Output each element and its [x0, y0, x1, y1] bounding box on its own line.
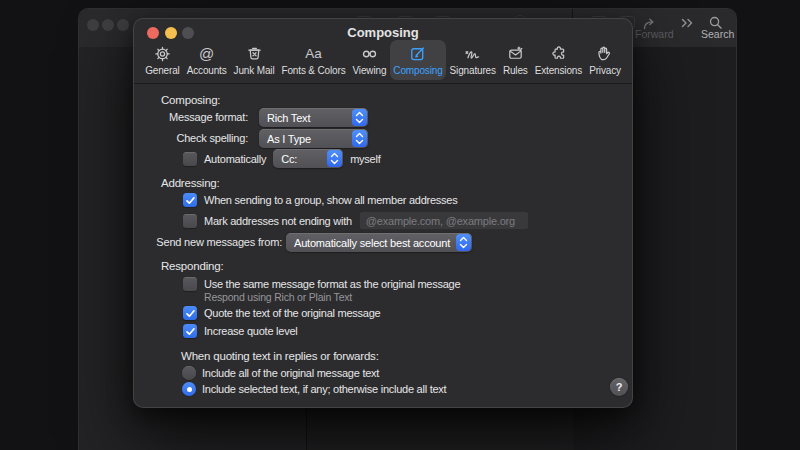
message-format-label: Message format:	[134, 108, 248, 127]
tab-label: Privacy	[589, 65, 621, 76]
message-format-dropdown[interactable]: Rich Text	[259, 108, 368, 127]
dropdown-value: Rich Text	[259, 112, 351, 124]
tab-label: Junk Mail	[234, 65, 275, 76]
help-button[interactable]: ?	[610, 378, 628, 396]
same-format-checkbox[interactable]	[183, 277, 197, 291]
tab-composing[interactable]: Composing	[390, 40, 445, 80]
increase-quote-label: Increase quote level	[204, 325, 297, 337]
stepper-icon	[352, 109, 367, 126]
quote-selected-row: Include selected text, if any; otherwise…	[182, 382, 446, 396]
search-label[interactable]: Search	[701, 28, 734, 40]
tab-junk-mail[interactable]: Junk Mail	[231, 40, 278, 80]
tab-privacy[interactable]: Privacy	[586, 40, 624, 80]
dropdown-value: As I Type	[259, 133, 351, 145]
window-title: Composing	[134, 25, 632, 40]
send-from-label: Send new messages from:	[134, 233, 282, 252]
same-format-label: Use the same message format as the origi…	[204, 278, 460, 290]
section-header-addressing: Addressing:	[161, 176, 220, 190]
quote-text-row: Quote the text of the original message	[183, 306, 380, 320]
quoting-header: When quoting text in replies or forwards…	[181, 349, 379, 363]
stepper-icon	[352, 130, 367, 147]
same-format-row: Use the same message format as the origi…	[183, 277, 460, 291]
quote-all-radio[interactable]	[182, 366, 196, 380]
increase-quote-checkbox[interactable]	[183, 324, 197, 338]
auto-cc-checkbox[interactable]	[183, 152, 197, 166]
group-addresses-row: When sending to a group, show all member…	[183, 193, 457, 207]
tab-general[interactable]: General	[142, 40, 183, 80]
same-format-sublabel: Respond using Rich or Plain Text	[204, 291, 352, 303]
section-header-composing: Composing:	[161, 93, 220, 107]
group-addresses-label: When sending to a group, show all member…	[204, 194, 457, 206]
rules-envelope-icon	[506, 43, 525, 63]
stepper-icon	[456, 234, 471, 251]
close-button-inactive[interactable]	[87, 19, 99, 31]
viewing-icon	[360, 43, 379, 63]
at-icon: @	[199, 43, 214, 63]
tab-label: Signatures	[450, 65, 496, 76]
auto-cc-row: Automatically Cc: myself	[183, 149, 380, 168]
quote-selected-radio[interactable]	[182, 382, 196, 396]
desktop: No Mailbox Selected Forward	[0, 0, 800, 450]
tab-label: General	[145, 65, 180, 76]
mark-addresses-row: Mark addresses not ending with	[183, 211, 529, 230]
toolbar-separator	[134, 83, 632, 84]
quote-text-checkbox[interactable]	[183, 306, 197, 320]
gear-icon	[153, 43, 172, 63]
send-from-dropdown[interactable]: Automatically select best account	[286, 233, 472, 252]
tab-accounts[interactable]: @ Accounts	[184, 40, 230, 80]
tab-label: Composing	[393, 65, 442, 76]
quote-text-label: Quote the text of the original message	[204, 307, 380, 319]
minimize-button-inactive[interactable]	[102, 19, 114, 31]
quote-selected-label: Include selected text, if any; otherwise…	[202, 383, 446, 395]
tab-label: Viewing	[353, 65, 387, 76]
quote-all-label: Include all of the original message text	[202, 367, 379, 379]
preferences-window: Composing General @ Accounts	[133, 18, 633, 408]
radio-dot	[187, 387, 192, 392]
mark-addresses-checkbox[interactable]	[183, 214, 197, 228]
tab-fonts-colors[interactable]: Aa Fonts & Colors	[278, 40, 348, 80]
group-addresses-checkbox[interactable]	[183, 193, 197, 207]
compose-icon	[408, 43, 427, 63]
zoom-button-inactive[interactable]	[117, 19, 129, 31]
address-domains-field[interactable]	[359, 211, 529, 230]
junk-trash-icon	[245, 43, 264, 63]
tab-label: Accounts	[187, 65, 227, 76]
puzzle-icon	[549, 43, 568, 63]
tab-label: Rules	[503, 65, 528, 76]
auto-cc-suffix: myself	[350, 153, 380, 165]
preferences-tab-bar: General @ Accounts Junk Mail Aa Fonts &	[134, 40, 632, 80]
tab-label: Extensions	[535, 65, 582, 76]
forward-button-label[interactable]: Forward	[635, 28, 674, 40]
tab-label: Fonts & Colors	[281, 65, 345, 76]
tab-extensions[interactable]: Extensions	[532, 40, 585, 80]
section-header-responding: Responding:	[161, 259, 223, 273]
dropdown-value: Cc:	[273, 153, 326, 165]
check-spelling-dropdown[interactable]: As I Type	[259, 129, 368, 148]
mark-addresses-label: Mark addresses not ending with	[204, 215, 352, 227]
check-spelling-label: Check spelling:	[134, 129, 248, 148]
overflow-chevrons-icon[interactable]	[679, 15, 695, 31]
stepper-icon	[327, 150, 342, 167]
tab-signatures[interactable]: Signatures	[447, 40, 499, 80]
dropdown-value: Automatically select best account	[286, 237, 455, 249]
cc-bcc-dropdown[interactable]: Cc:	[273, 149, 343, 168]
quote-all-row: Include all of the original message text	[182, 366, 379, 380]
tab-rules[interactable]: Rules	[500, 40, 531, 80]
increase-quote-row: Increase quote level	[183, 324, 297, 338]
auto-cc-label: Automatically	[204, 153, 266, 165]
signature-icon	[463, 43, 482, 63]
hand-icon	[595, 43, 614, 63]
tab-viewing[interactable]: Viewing	[350, 40, 390, 80]
fonts-icon: Aa	[305, 43, 322, 63]
